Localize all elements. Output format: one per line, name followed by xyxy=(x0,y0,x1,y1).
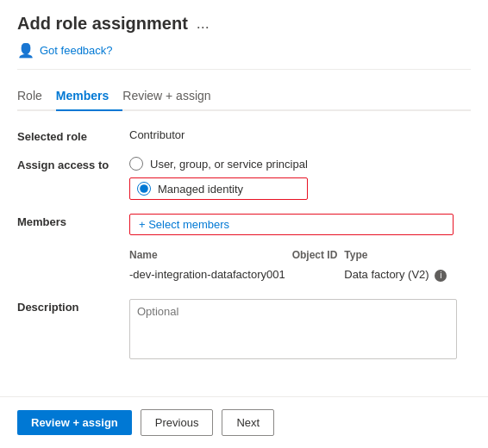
col-name-header: Name xyxy=(129,246,292,264)
feedback-link[interactable]: Got feedback? xyxy=(40,44,113,57)
next-button[interactable]: Next xyxy=(222,409,274,436)
tab-review[interactable]: Review + assign xyxy=(122,82,224,111)
cell-name: -dev-integration-datafactory001 xyxy=(129,264,292,285)
tab-members[interactable]: Members xyxy=(56,82,122,111)
tabs-container: Role Members Review + assign xyxy=(17,82,471,111)
review-assign-button[interactable]: Review + assign xyxy=(17,410,132,435)
col-objectid-header: Object ID xyxy=(292,246,345,264)
managed-identity-box: Managed identity xyxy=(129,177,308,200)
radio-managed-identity[interactable]: Managed identity xyxy=(137,182,243,196)
cell-objectid xyxy=(292,264,345,285)
radio-user-group-label: User, group, or service principal xyxy=(150,158,308,171)
cell-type-text: Data factory (V2) xyxy=(344,268,429,281)
info-icon[interactable]: i xyxy=(435,270,447,282)
assign-access-label: Assign access to xyxy=(17,157,129,171)
selected-role-label: Selected role xyxy=(17,128,129,143)
col-type-header: Type xyxy=(344,246,454,264)
table-row: -dev-integration-datafactory001 Data fac… xyxy=(129,264,454,285)
members-label: Members xyxy=(17,214,129,228)
select-members-button[interactable]: + Select members xyxy=(129,214,454,235)
radio-user-group-input[interactable] xyxy=(129,157,143,171)
ellipsis-menu-icon[interactable]: ... xyxy=(197,15,210,33)
description-label: Description xyxy=(17,299,129,314)
radio-managed-identity-label: Managed identity xyxy=(158,183,243,196)
footer: Review + assign Previous Next xyxy=(0,396,488,448)
cell-type: Data factory (V2) i xyxy=(344,264,454,285)
members-table: Name Object ID Type -dev-integration-dat… xyxy=(129,246,454,285)
previous-button[interactable]: Previous xyxy=(141,409,214,436)
radio-managed-identity-input[interactable] xyxy=(137,182,151,196)
selected-role-value: Contributor xyxy=(129,128,185,141)
tab-role[interactable]: Role xyxy=(17,82,56,111)
feedback-icon: 👤 xyxy=(17,42,34,59)
radio-user-group[interactable]: User, group, or service principal xyxy=(129,157,308,171)
members-section: + Select members Name Object ID Type -de… xyxy=(129,214,454,285)
page-title: Add role assignment xyxy=(17,14,188,34)
description-textarea[interactable] xyxy=(129,299,457,359)
assign-access-options: User, group, or service principal Manage… xyxy=(129,157,308,200)
